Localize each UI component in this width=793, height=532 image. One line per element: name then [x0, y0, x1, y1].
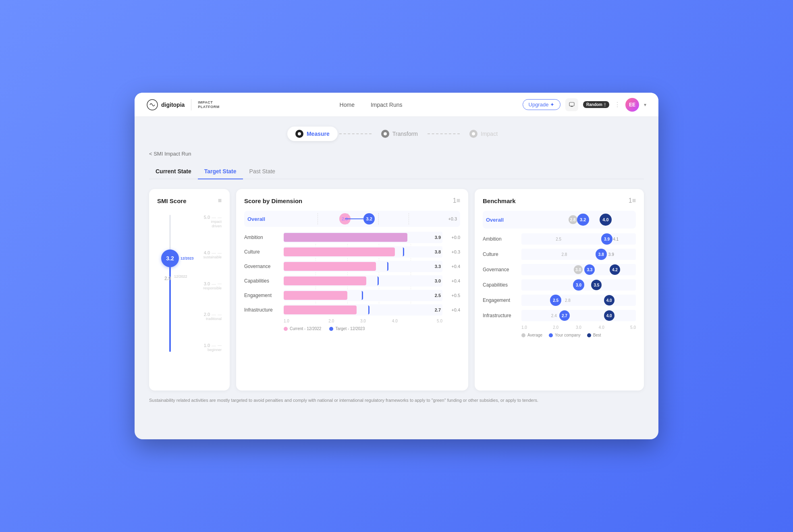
grid-line-4	[409, 213, 409, 224]
logo-subtitle: IMPACTPLATFORM	[198, 100, 219, 109]
dim-bar-blue-governance	[284, 262, 388, 271]
dim-grid-2	[347, 232, 348, 316]
dim-bar-blue-culture	[284, 247, 404, 256]
smi-dash-3b: —	[218, 281, 222, 286]
dim-delta-infrastructure: +0.4	[446, 308, 460, 312]
smi-level-3: 3.0 — — responsible	[203, 281, 222, 290]
logo-name: digitopia	[161, 102, 185, 108]
legend-dot-current	[284, 327, 288, 331]
bench-culture-best-val: 3.9	[608, 252, 614, 257]
step-measure[interactable]: Measure	[287, 127, 338, 141]
bench-capabilities-company: 3.0	[573, 279, 584, 291]
legend-target-label: Target - 12/2023	[335, 326, 365, 331]
bench-legend-avg-label: Average	[527, 333, 542, 337]
dim-row-infrastructure: Infrastructure 2.7 +0.4	[244, 304, 460, 316]
bench-culture-company-val: 3.8	[598, 252, 604, 257]
bench-culture-company: 3.8	[596, 249, 607, 260]
main-content: Measure Transform Impact < SMI Impact Ru…	[135, 117, 658, 414]
bench-legend-best: Best	[587, 333, 601, 337]
bench-capabilities-best: 3.5	[591, 280, 602, 290]
smi-prev-year: 12/2022	[174, 274, 187, 278]
step-transform-label: Transform	[392, 131, 418, 137]
bench-legend-avg-dot	[521, 333, 525, 337]
nav-home[interactable]: Home	[340, 102, 355, 108]
smi-level-5-val: 5.0	[204, 215, 210, 220]
bench-ambition-best-val: 4.1	[613, 237, 619, 241]
bench-infra-company: 2.7	[559, 310, 570, 321]
smi-score-card: SMI Score ≡ 3.2 12/2023	[149, 189, 230, 391]
nav-impact-runs[interactable]: Impact Runs	[371, 102, 403, 108]
chart-grid	[284, 232, 442, 316]
step-connector-1	[339, 133, 372, 134]
grid-line-1	[318, 213, 318, 224]
bench-legend-company-dot	[549, 333, 553, 337]
tab-current-state[interactable]: Current State	[149, 165, 198, 179]
score-menu-icon[interactable]: 1≡	[453, 197, 460, 204]
legend-current: Current - 12/2022	[284, 326, 321, 331]
step-measure-label: Measure	[307, 131, 330, 137]
bench-dots-engagement: 2.5 2.8 4.0	[521, 295, 636, 306]
dim-bar-blue-ambition	[284, 233, 407, 242]
footer-content: Sustainability related activities are mo…	[149, 398, 538, 403]
bench-x-4: 4.0	[590, 325, 613, 330]
smi-dash-5: —	[212, 215, 216, 220]
breadcrumb-back[interactable]: < SMI Impact Run	[149, 151, 191, 157]
bench-engagement-best: 4.0	[604, 295, 614, 305]
bench-infra-company-val: 2.7	[562, 314, 567, 318]
smi-level-3-label: responsible	[203, 286, 222, 290]
bench-label-capabilities: Capabilities	[483, 282, 519, 288]
bench-ambition-avg-val: 2.5	[556, 237, 561, 241]
step-impact[interactable]: Impact	[461, 127, 506, 141]
smi-menu-icon[interactable]: ≡	[218, 197, 222, 204]
step-transform[interactable]: Transform	[373, 127, 426, 141]
smi-level-1: 1.0 — — beginner	[204, 343, 222, 352]
avatar-chevron[interactable]: ▾	[644, 102, 646, 108]
dim-grid-1	[316, 232, 316, 316]
bench-governance-company-val: 3.3	[587, 268, 592, 272]
dim-row-culture: Culture 3.8 +0.3	[244, 246, 460, 258]
bench-overall-company-val: 3.2	[580, 217, 586, 222]
bench-dots-governance: 3.0 3.3 4.2	[521, 264, 636, 275]
smi-card-header: SMI Score ≡	[157, 197, 222, 204]
bench-engagement-avg: 2.8	[565, 298, 571, 303]
step-dot-transform	[381, 130, 389, 138]
benchmark-menu-icon[interactable]: 1≡	[629, 197, 636, 204]
dim-bars-governance: 3.3	[284, 261, 442, 272]
upgrade-button[interactable]: Upgrade ✦	[523, 99, 560, 110]
breadcrumb[interactable]: < SMI Impact Run	[149, 151, 644, 157]
smi-current-val: 3.2	[166, 255, 174, 262]
smi-current-badge-container: 3.2 12/2023	[161, 249, 179, 267]
smi-dash-2: —	[212, 312, 216, 317]
bench-ambition-company-val: 3.9	[604, 237, 610, 241]
dim-delta-governance: +0.4	[446, 264, 460, 269]
bench-overall-label: Overall	[486, 217, 522, 223]
tab-target-state[interactable]: Target State	[198, 165, 243, 179]
legend-current-label: Current - 12/2022	[290, 326, 321, 331]
tab-past-state[interactable]: Past State	[243, 165, 282, 179]
random-badge: Random ⣿	[583, 101, 609, 108]
dim-row-ambition: Ambition 3.9 +0.0	[244, 232, 460, 243]
bench-infra-best: 4.0	[604, 310, 614, 321]
score-by-dimension-card: Score by Dimension 1≡ Overall	[236, 189, 468, 391]
dim-delta-ambition: +0.0	[446, 235, 460, 240]
bench-dots-infrastructure: 2.4 2.7 4.0	[521, 310, 636, 321]
score-overall-bars: 2.9 3.2	[287, 213, 439, 224]
smi-dash-1: —	[212, 343, 216, 348]
bench-x-2: 2.0	[544, 325, 567, 330]
avatar[interactable]: EE	[625, 98, 639, 112]
x-tick-4: 4.0	[379, 319, 411, 323]
bench-legend-best-label: Best	[593, 333, 601, 337]
bench-governance-avg: 3.0	[574, 265, 583, 274]
bench-engagement-best-val: 4.0	[606, 298, 612, 303]
smi-level-2: 2.0 — — traditional	[204, 312, 222, 321]
overall-blue-bubble-container: 3.2	[363, 213, 375, 224]
dim-row-engagement: Engagement 2.5 +0.5	[244, 290, 460, 301]
footer-text: Sustainability related activities are mo…	[149, 397, 644, 404]
notifications-icon[interactable]	[565, 98, 578, 111]
legend-target: Target - 12/2023	[329, 326, 365, 331]
dim-bar-blue-infrastructure	[284, 305, 370, 314]
logo: digitopia IMPACTPLATFORM	[147, 99, 220, 110]
smi-level-1-label: beginner	[204, 348, 222, 352]
tabs: Current State Target State Past State	[149, 165, 644, 179]
more-icon[interactable]: ⋮	[614, 101, 621, 108]
